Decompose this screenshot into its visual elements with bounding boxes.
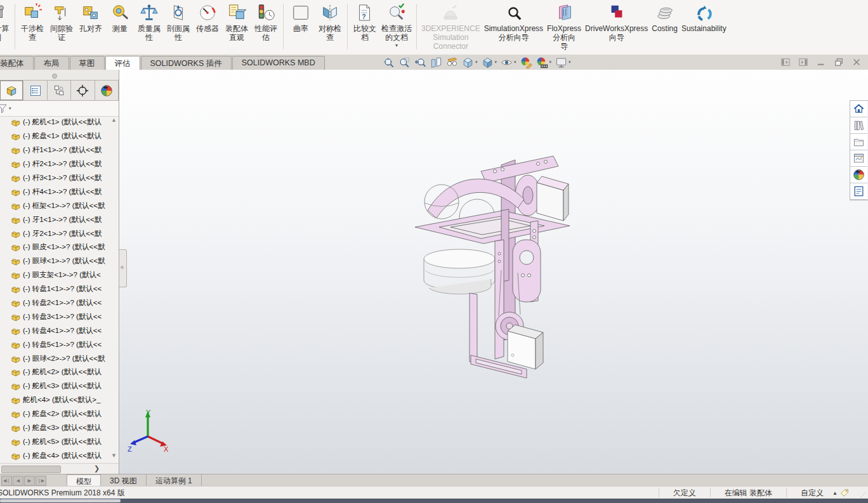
previous-view-icon[interactable]: ▾ (412, 56, 428, 69)
tree-item[interactable]: (-) 杆2<1>->? (默认<<默 (0, 157, 119, 171)
collapse-left-pane-button[interactable] (779, 56, 792, 68)
model-tab[interactable]: 模型 (67, 474, 101, 487)
3dexperience-connector-button[interactable]: 3DEXPERIENCE Simulation Connector ▾ (419, 0, 482, 55)
interference-check-button[interactable]: 干涉检 查 ▾ (18, 0, 47, 55)
scrollbar-thumb[interactable] (1, 466, 61, 473)
simulationxpress-button[interactable]: SimulationXpress 分析向导 ▾ (482, 0, 545, 55)
clearance-verify-button[interactable]: 间隙验 证 ▾ (47, 0, 76, 55)
tree-item[interactable]: (-) 舵机<1> (默认<<默认 (0, 115, 119, 129)
tree-item[interactable]: (-) 眼支架<1>->? (默认< (0, 268, 119, 282)
appearances-scenes-button[interactable] (850, 167, 867, 183)
check-active-document-button[interactable]: 检查激活 的文档 ▾ (379, 0, 414, 55)
last-tab-button[interactable]: ❘▶ (36, 476, 46, 486)
display-style-icon[interactable]: ▾ (480, 56, 499, 69)
section-properties-button[interactable]: 剖面属 性 ▾ (164, 0, 193, 55)
sustainability-button[interactable]: Sustainability ▾ (680, 0, 728, 55)
expand-right-pane-button[interactable] (797, 56, 810, 68)
view-palette-button[interactable] (850, 150, 867, 167)
tree-item[interactable]: (-) 舵盘<4> (默认<<默认 (0, 448, 119, 462)
section-view-icon[interactable]: ▾ (428, 56, 444, 69)
floxpress-button[interactable]: FloXpress 分析向 导 ▾ (545, 0, 583, 55)
tree-scroll-up-button[interactable]: ▲ (110, 117, 117, 124)
tree-item[interactable]: (-) 舵机<3> (默认<<默认 (0, 379, 119, 393)
tree-horizontal-scrollbar[interactable]: ❯ (0, 463, 119, 474)
solidworks-resources-button[interactable] (850, 101, 867, 117)
hide-show-annotations-icon[interactable]: ▾ (444, 56, 460, 69)
tree-item[interactable]: (-) 牙2<1>->? (默认<<默 (0, 226, 119, 240)
sensor-button[interactable]: 传感器 ▾ (193, 0, 222, 55)
tree-item[interactable]: (-) 眼球<2>->? (默认<<默 (0, 351, 119, 365)
view-orientation-icon[interactable]: ▾ (460, 56, 480, 69)
restore-button[interactable] (832, 56, 845, 68)
propertymanager-tab[interactable] (23, 81, 47, 100)
tree-item[interactable]: (-) 舵机<2> (默认<<默认 (0, 365, 119, 379)
edit-appearance-icon[interactable]: ▾ (518, 56, 534, 69)
graphics-viewport[interactable]: Y X Z (119, 70, 868, 474)
tree-item[interactable]: 舵机<4> (默认<<默认>_ (0, 393, 119, 407)
triad-z-label: Z (128, 445, 132, 453)
performance-evaluation-button[interactable]: 性能评 估 ▾ (251, 0, 280, 55)
panel-splitter[interactable] (0, 70, 119, 80)
panel-collapse-handle[interactable] (119, 249, 127, 287)
view-settings-icon[interactable]: ▾ (553, 56, 573, 69)
custom-properties-button[interactable] (850, 183, 867, 200)
first-tab-button[interactable]: ◀❘ (1, 476, 12, 486)
design-study-button[interactable]: 设计算 例 ▾ (0, 0, 12, 55)
tree-item[interactable]: (-) 转盘4<1>->? (默认<< (0, 323, 119, 337)
zoom-to-fit-icon[interactable]: ▾ (381, 56, 397, 69)
tab-solidworks-addins[interactable]: SOLIDWORKS 插件 (141, 56, 232, 70)
driveworksxpress-button[interactable]: DriveWorksXpress 向导 ▾ (583, 0, 650, 55)
status-editing[interactable]: 在编辑 装配体 ▲ (710, 488, 786, 497)
next-tab-button[interactable]: ▶ (24, 476, 35, 486)
featuremanager-tree-tab[interactable] (0, 81, 23, 100)
zoom-to-area-icon[interactable]: ▾ (397, 56, 412, 69)
apply-scene-icon[interactable]: ▾ (534, 56, 554, 69)
tree-item[interactable]: (-) 杆3<1>->? (默认<<默 (0, 171, 119, 185)
tree-item[interactable]: (-) 舵盘<3> (默认<<默认 (0, 421, 119, 435)
minimize-button[interactable] (815, 56, 827, 68)
tree-filter-bar[interactable]: ▾ (0, 101, 119, 117)
tree-item[interactable]: (-) 杆1<1>->? (默认<<默 (0, 143, 119, 157)
tree-item[interactable]: (-) 眼皮<1>->? (默认<<默 (0, 240, 119, 254)
tree-item[interactable]: (-) 杆4<1>->? (默认<<默 (0, 185, 119, 199)
motion-study-tab[interactable]: 运动算例 1 (147, 474, 202, 487)
assembly-component-icon (11, 284, 20, 294)
assembly-model[interactable] (406, 146, 571, 387)
symmetry-check-button[interactable]: 对称检 查 ▾ (315, 0, 345, 55)
status-underdefined[interactable]: 欠定义 ▲ (659, 488, 710, 497)
tab-sketch[interactable]: 草图 (70, 56, 105, 70)
dimxpertmanager-tab[interactable] (71, 81, 95, 100)
displaymanager-tab[interactable] (95, 81, 119, 100)
tree-item[interactable]: (-) 舵机<5> (默认<<默认 (0, 434, 119, 448)
design-library-button[interactable] (850, 117, 867, 134)
tree-scroll-down-button[interactable]: ▼ (110, 452, 117, 459)
tree-item[interactable]: (-) 转盘1<1>->? (默认<< (0, 282, 119, 296)
compare-documents-button[interactable]: 比较文 档 ▾ (350, 0, 379, 55)
mass-properties-button[interactable]: 质量属 性 ▾ (135, 0, 164, 55)
tree-item[interactable]: (-) 舵盘<2> (默认<<默认 (0, 407, 119, 421)
configurationmanager-tab[interactable] (48, 81, 71, 100)
close-button[interactable] (850, 56, 863, 68)
tree-item[interactable]: (-) 舵盘<1> (默认<<默认 (0, 129, 119, 143)
tree-item[interactable]: (-) 转盘3<1>->? (默认<< (0, 310, 119, 323)
ribbon-button-label: 剖面属 性 (167, 24, 190, 42)
tree-item[interactable]: (-) 转盘5<1>->? (默认<< (0, 337, 119, 351)
tab-layout[interactable]: 布局 (34, 56, 69, 70)
tag-icon[interactable] (839, 488, 850, 498)
costing-button[interactable]: Costing ▾ (650, 0, 680, 55)
tab-assembly[interactable]: 装配体 (0, 56, 34, 70)
tree-item[interactable]: (-) 转盘2<1>->? (默认<< (0, 296, 119, 310)
measure-button[interactable]: 测量 ▾ (105, 0, 135, 55)
file-explorer-button[interactable] (850, 134, 867, 150)
3d-views-tab[interactable]: 3D 视图 (101, 474, 147, 487)
tab-solidworks-mbd[interactable]: SOLIDWORKS MBD (232, 56, 325, 70)
hide-show-items-icon[interactable]: ▾ (499, 56, 518, 69)
prev-tab-button[interactable]: ◀ (13, 476, 23, 486)
tree-item[interactable]: (-) 牙1<1>->? (默认<<默 (0, 212, 119, 226)
curvature-button[interactable]: 曲率 ▾ (286, 0, 315, 55)
hole-alignment-button[interactable]: 孔对齐 ▾ (76, 0, 105, 55)
tree-item[interactable]: (-) 框架<1>->? (默认<<默 (0, 199, 119, 212)
assembly-visualization-button[interactable]: 装配体 直观 ▾ (222, 0, 251, 55)
tree-item[interactable]: (-) 眼球<1>->? (默认<<默 (0, 254, 119, 268)
scroll-right-arrow[interactable]: ❯ (94, 464, 100, 473)
